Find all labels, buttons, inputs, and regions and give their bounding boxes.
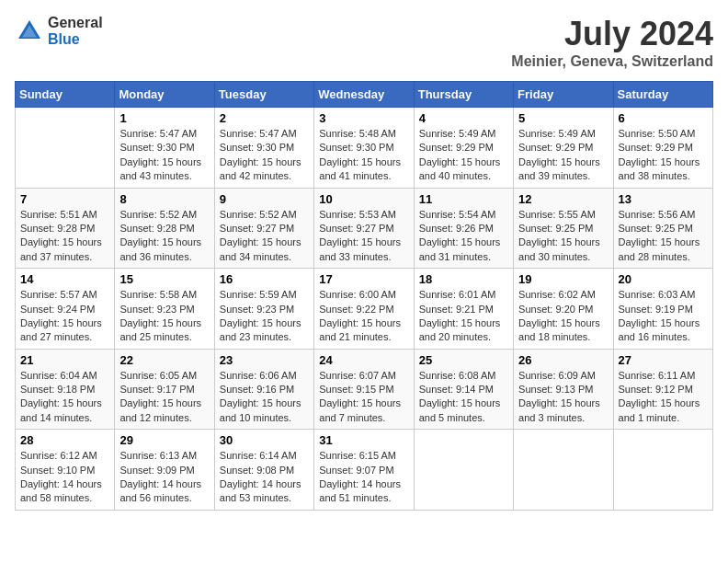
cell-content: Sunrise: 5:53 AM Sunset: 9:27 PM Dayligh… [319,208,408,265]
calendar-cell [514,430,613,511]
day-header-saturday: Saturday [613,82,712,108]
calendar-cell: 4Sunrise: 5:49 AM Sunset: 9:29 PM Daylig… [414,108,513,189]
calendar-header-row: SundayMondayTuesdayWednesdayThursdayFrid… [16,82,713,108]
day-number: 31 [319,433,408,447]
cell-content: Sunrise: 5:55 AM Sunset: 9:25 PM Dayligh… [518,208,608,265]
day-number: 22 [119,353,209,367]
calendar-cell: 25Sunrise: 6:08 AM Sunset: 9:14 PM Dayli… [414,349,513,430]
day-header-wednesday: Wednesday [314,82,414,108]
cell-content: Sunrise: 6:06 AM Sunset: 9:16 PM Dayligh… [220,369,309,426]
calendar-cell: 10Sunrise: 5:53 AM Sunset: 9:27 PM Dayli… [314,188,414,269]
day-number: 17 [319,272,408,286]
calendar-cell: 6Sunrise: 5:50 AM Sunset: 9:29 PM Daylig… [613,108,712,189]
logo: General Blue [15,15,103,47]
calendar-table: SundayMondayTuesdayWednesdayThursdayFrid… [15,81,713,511]
day-number: 15 [119,272,209,286]
day-number: 8 [119,192,209,206]
logo-general-text: General [48,15,103,31]
calendar-cell: 9Sunrise: 5:52 AM Sunset: 9:27 PM Daylig… [214,188,313,269]
day-number: 21 [20,353,109,367]
cell-content: Sunrise: 6:11 AM Sunset: 9:12 PM Dayligh… [619,369,708,426]
calendar-cell: 26Sunrise: 6:09 AM Sunset: 9:13 PM Dayli… [514,349,613,430]
calendar-cell [613,430,712,511]
calendar-cell: 7Sunrise: 5:51 AM Sunset: 9:28 PM Daylig… [16,188,115,269]
cell-content: Sunrise: 5:58 AM Sunset: 9:23 PM Dayligh… [119,288,209,345]
cell-content: Sunrise: 5:59 AM Sunset: 9:23 PM Dayligh… [220,288,309,345]
day-header-monday: Monday [115,82,214,108]
day-number: 14 [20,272,109,286]
cell-content: Sunrise: 5:47 AM Sunset: 9:30 PM Dayligh… [220,127,309,184]
month-year: July 2024 [511,15,713,53]
day-header-thursday: Thursday [414,82,513,108]
day-header-sunday: Sunday [16,82,115,108]
day-number: 11 [419,192,508,206]
day-number: 16 [220,272,309,286]
title-block: July 2024 Meinier, Geneva, Switzerland [511,15,713,70]
cell-content: Sunrise: 5:52 AM Sunset: 9:27 PM Dayligh… [220,208,309,265]
calendar-cell: 24Sunrise: 6:07 AM Sunset: 9:15 PM Dayli… [314,349,414,430]
day-number: 25 [419,353,508,367]
calendar-cell: 15Sunrise: 5:58 AM Sunset: 9:23 PM Dayli… [115,269,214,350]
calendar-cell: 21Sunrise: 6:04 AM Sunset: 9:18 PM Dayli… [16,349,115,430]
cell-content: Sunrise: 6:00 AM Sunset: 9:22 PM Dayligh… [319,288,408,345]
cell-content: Sunrise: 5:52 AM Sunset: 9:28 PM Dayligh… [119,208,209,265]
calendar-cell: 22Sunrise: 6:05 AM Sunset: 9:17 PM Dayli… [115,349,214,430]
day-number: 12 [518,192,608,206]
cell-content: Sunrise: 6:05 AM Sunset: 9:17 PM Dayligh… [119,369,209,426]
cell-content: Sunrise: 5:49 AM Sunset: 9:29 PM Dayligh… [419,127,508,184]
cell-content: Sunrise: 5:50 AM Sunset: 9:29 PM Dayligh… [619,127,708,184]
calendar-week-3: 14Sunrise: 5:57 AM Sunset: 9:24 PM Dayli… [16,269,713,350]
calendar-cell: 20Sunrise: 6:03 AM Sunset: 9:19 PM Dayli… [613,269,712,350]
calendar-cell [16,108,115,189]
cell-content: Sunrise: 6:09 AM Sunset: 9:13 PM Dayligh… [518,369,608,426]
day-number: 26 [518,353,608,367]
calendar-cell: 1Sunrise: 5:47 AM Sunset: 9:30 PM Daylig… [115,108,214,189]
cell-content: Sunrise: 5:56 AM Sunset: 9:25 PM Dayligh… [619,208,708,265]
calendar-cell [414,430,513,511]
day-number: 24 [319,353,408,367]
calendar-cell: 23Sunrise: 6:06 AM Sunset: 9:16 PM Dayli… [214,349,313,430]
location: Meinier, Geneva, Switzerland [511,53,713,70]
day-number: 9 [220,192,309,206]
day-number: 2 [220,111,309,125]
day-number: 1 [119,111,209,125]
calendar-cell: 3Sunrise: 5:48 AM Sunset: 9:30 PM Daylig… [314,108,414,189]
day-number: 10 [319,192,408,206]
day-number: 7 [20,192,109,206]
day-number: 23 [220,353,309,367]
cell-content: Sunrise: 6:07 AM Sunset: 9:15 PM Dayligh… [319,369,408,426]
calendar-cell: 17Sunrise: 6:00 AM Sunset: 9:22 PM Dayli… [314,269,414,350]
calendar-cell: 8Sunrise: 5:52 AM Sunset: 9:28 PM Daylig… [115,188,214,269]
day-number: 30 [220,433,309,447]
logo-text: General Blue [48,15,103,47]
calendar-week-4: 21Sunrise: 6:04 AM Sunset: 9:18 PM Dayli… [16,349,713,430]
cell-content: Sunrise: 6:02 AM Sunset: 9:20 PM Dayligh… [518,288,608,345]
cell-content: Sunrise: 5:49 AM Sunset: 9:29 PM Dayligh… [518,127,608,184]
calendar-week-1: 1Sunrise: 5:47 AM Sunset: 9:30 PM Daylig… [16,108,713,189]
day-number: 20 [619,272,708,286]
calendar-cell: 14Sunrise: 5:57 AM Sunset: 9:24 PM Dayli… [16,269,115,350]
cell-content: Sunrise: 5:54 AM Sunset: 9:26 PM Dayligh… [419,208,508,265]
calendar-cell: 13Sunrise: 5:56 AM Sunset: 9:25 PM Dayli… [613,188,712,269]
calendar-cell: 18Sunrise: 6:01 AM Sunset: 9:21 PM Dayli… [414,269,513,350]
cell-content: Sunrise: 6:01 AM Sunset: 9:21 PM Dayligh… [419,288,508,345]
day-number: 27 [619,353,708,367]
day-number: 4 [419,111,508,125]
calendar-cell: 19Sunrise: 6:02 AM Sunset: 9:20 PM Dayli… [514,269,613,350]
calendar-cell: 11Sunrise: 5:54 AM Sunset: 9:26 PM Dayli… [414,188,513,269]
day-header-tuesday: Tuesday [214,82,313,108]
cell-content: Sunrise: 6:15 AM Sunset: 9:07 PM Dayligh… [319,449,408,506]
day-number: 6 [619,111,708,125]
cell-content: Sunrise: 6:14 AM Sunset: 9:08 PM Dayligh… [220,449,309,506]
calendar-cell: 28Sunrise: 6:12 AM Sunset: 9:10 PM Dayli… [16,430,115,511]
cell-content: Sunrise: 5:51 AM Sunset: 9:28 PM Dayligh… [20,208,109,265]
cell-content: Sunrise: 5:48 AM Sunset: 9:30 PM Dayligh… [319,127,408,184]
calendar-cell: 2Sunrise: 5:47 AM Sunset: 9:30 PM Daylig… [214,108,313,189]
calendar-cell: 12Sunrise: 5:55 AM Sunset: 9:25 PM Dayli… [514,188,613,269]
day-number: 19 [518,272,608,286]
day-number: 13 [619,192,708,206]
cell-content: Sunrise: 6:13 AM Sunset: 9:09 PM Dayligh… [119,449,209,506]
cell-content: Sunrise: 6:08 AM Sunset: 9:14 PM Dayligh… [419,369,508,426]
day-number: 28 [20,433,109,447]
cell-content: Sunrise: 6:12 AM Sunset: 9:10 PM Dayligh… [20,449,109,506]
